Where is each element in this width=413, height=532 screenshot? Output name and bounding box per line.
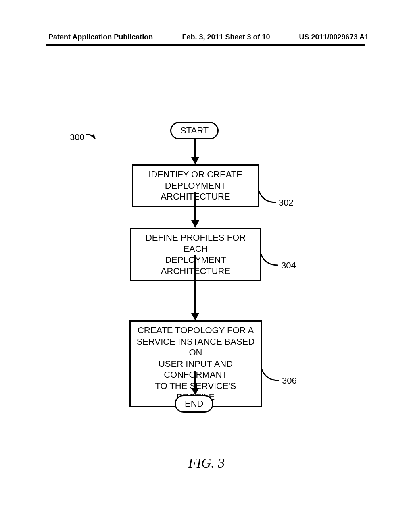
start-label: START — [180, 125, 209, 135]
reference-304: 304 — [281, 260, 296, 271]
end-terminator: END — [175, 395, 213, 413]
box-306-line1: CREATE TOPOLOGY FOR A — [136, 325, 256, 336]
start-terminator: START — [170, 122, 219, 139]
arrow-connector — [194, 255, 196, 315]
box-306-line2: SERVICE INSTANCE BASED ON — [136, 336, 256, 358]
page-header: Patent Application Publication Feb. 3, 2… — [0, 33, 413, 42]
arrow-connector — [194, 139, 196, 159]
arrow-head-icon — [191, 313, 199, 320]
flowchart: 300 START IDENTIFY OR CREATE DEPLOYMENT … — [0, 60, 413, 375]
arrow-connector — [194, 371, 196, 389]
box-304-line1: DEFINE PROFILES FOR EACH — [136, 232, 255, 254]
box-302-line1: IDENTIFY OR CREATE — [138, 169, 253, 180]
header-publication: Patent Application Publication — [48, 33, 153, 42]
arrow-connector — [194, 192, 196, 222]
header-rule — [46, 44, 365, 46]
end-label: END — [185, 399, 203, 409]
leader-306-icon — [261, 368, 281, 384]
arrow-head-icon — [191, 388, 199, 395]
svg-marker-0 — [91, 134, 95, 139]
reference-300-arrow-icon — [86, 133, 98, 142]
reference-300: 300 — [70, 132, 85, 143]
arrow-head-icon — [191, 220, 199, 228]
header-patent-number: US 2011/0029673 A1 — [299, 33, 369, 42]
reference-302: 302 — [279, 197, 294, 208]
leader-304-icon — [260, 253, 280, 269]
leader-302-icon — [258, 190, 278, 206]
header-sheet: Feb. 3, 2011 Sheet 3 of 10 — [182, 33, 270, 42]
arrow-head-icon — [191, 157, 199, 164]
figure-caption: FIG. 3 — [0, 455, 413, 471]
reference-306: 306 — [282, 376, 297, 386]
